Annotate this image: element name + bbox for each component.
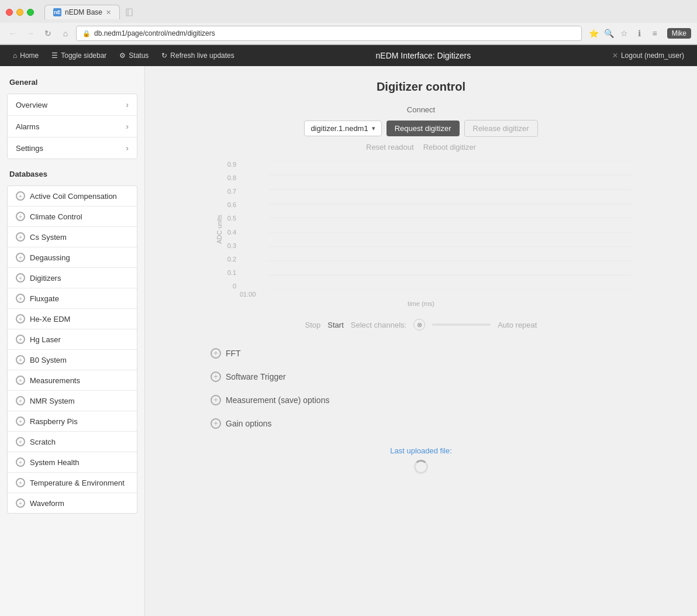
software-trigger-label: Software Trigger [226,372,286,381]
y-label-09: 0.9 [227,161,236,168]
sidebar-item-label: Settings [16,144,43,153]
sidebar-item-waveform[interactable]: + Waveform [8,493,137,513]
expand-icon: + [16,478,25,487]
info-icon[interactable]: ℹ [633,27,646,40]
select-channels-label: Select channels: [351,321,406,329]
refresh-icon: ↻ [161,51,167,60]
expand-icon: + [16,457,25,467]
chart-y-axis: 0.9 0.8 0.7 0.6 0.5 0.4 0.3 0.2 0.1 0 [211,161,240,290]
sidebar-item-alarms[interactable]: Alarms › [8,116,137,137]
connect-section: Connect digitizer.1.nedm1 ▾ Request digi… [168,105,674,152]
sidebar-item-label: Overview [16,101,47,109]
sidebar-item-label: Waveform [30,499,64,508]
active-tab[interactable]: nE nEDM Base ✕ [44,5,120,19]
star-icon[interactable]: ☆ [618,27,631,40]
sidebar-item-label: Raspberry Pis [30,417,78,426]
sidebar-item-climate[interactable]: + Climate Control [8,207,137,227]
new-tab-button[interactable] [122,5,136,19]
sidebar-item-overview[interactable]: Overview › [8,94,137,116]
close-button[interactable] [6,9,13,16]
sidebar-item-nmr[interactable]: + NMR System [8,391,137,411]
y-label-04: 0.4 [227,229,236,236]
sidebar-item-settings[interactable]: Settings › [8,137,137,159]
traffic-lights [6,9,34,16]
gain-options-header[interactable]: + Gain options [211,412,632,435]
sidebar-item-he-xe[interactable]: + He-Xe EDM [8,309,137,329]
fft-section-label: FFT [226,349,241,358]
forward-button[interactable]: → [23,26,37,40]
maximize-button[interactable] [27,9,34,16]
home-button[interactable]: ⌂ [58,26,73,40]
expand-icon: + [16,191,25,201]
sidebar: General Overview › Alarms › Settings › D… [0,66,145,616]
app-title: nEDM Interface: Digitizers [376,51,471,60]
home-nav-item[interactable]: ⌂ Home [7,45,44,66]
refresh-nav-item[interactable]: ↻ Refresh live updates [156,45,240,66]
gain-options-label: Gain options [226,419,272,428]
sidebar-item-b0[interactable]: + B0 System [8,350,137,370]
channel-filter-button[interactable]: ⊗ [413,319,425,331]
sidebar-item-digitizers[interactable]: + Digitizers [8,268,137,288]
menu-icon[interactable]: ≡ [648,27,661,40]
tab-label: nEDM Base [65,8,102,16]
stop-button[interactable]: Stop [305,321,321,329]
reset-readout-button[interactable]: Reset readout [366,143,414,152]
sidebar-item-system-health[interactable]: + System Health [8,452,137,473]
status-nav-label: Status [129,51,149,60]
reboot-digitizer-button[interactable]: Reboot digitizer [423,143,476,152]
logout-button[interactable]: ✕ Logout (nedm_user) [606,51,690,60]
channel-input[interactable] [432,324,491,326]
start-button[interactable]: Start [327,321,343,329]
sidebar-item-active-coil[interactable]: + Active Coil Compensation [8,186,137,207]
bookmark-icon[interactable]: ⭐ [588,27,601,40]
software-trigger-header[interactable]: + Software Trigger [211,366,632,388]
expand-icon: + [16,253,25,262]
y-label-07: 0.7 [227,188,236,195]
svg-rect-0 [126,9,132,16]
toggle-sidebar-item[interactable]: ☰ Toggle sidebar [46,45,112,66]
last-uploaded-section: Last uploaded file: [168,446,674,474]
chart-x-title: time (ms) [211,300,632,307]
lock-icon: 🔒 [82,30,91,37]
expand-icon: + [211,348,221,359]
digitizer-select[interactable]: digitizer.1.nedm1 ▾ [304,121,381,136]
databases-section-title: Databases [0,163,144,182]
chevron-right-icon: › [126,100,129,109]
general-section-title: General [0,73,144,90]
expand-icon: + [16,396,25,405]
sidebar-item-hg-laser[interactable]: + Hg Laser [8,329,137,350]
measurement-options-header[interactable]: + Measurement (save) options [211,389,632,411]
fft-section-header[interactable]: + FFT [211,342,632,364]
zoom-icon[interactable]: 🔍 [603,27,616,40]
main-content: Digitizer control Connect digitizer.1.ne… [145,66,697,616]
sidebar-item-scratch[interactable]: + Scratch [8,432,137,452]
sidebar-item-label: Measurements [30,376,80,385]
sidebar-item-label: Alarms [16,122,39,131]
sidebar-item-label: Climate Control [30,212,82,221]
request-digitizer-button[interactable]: Request digitizer [387,121,460,136]
measurement-options-section: + Measurement (save) options [211,389,632,411]
reload-button[interactable]: ↻ [41,26,55,40]
sidebar-item-fluxgate[interactable]: + Fluxgate [8,288,137,309]
chart-container: ADC units 0.9 0.8 0.7 0.6 0.5 0.4 0.3 0.… [211,161,632,307]
release-digitizer-button[interactable]: Release digitizer [464,120,538,137]
tab-close-icon[interactable]: ✕ [106,9,111,16]
sidebar-item-label: Fluxgate [30,294,59,303]
sidebar-item-temperature[interactable]: + Temperature & Environment [8,473,137,493]
sidebar-item-label: B0 System [30,356,67,364]
sidebar-item-degaussing[interactable]: + Degaussing [8,247,137,268]
sidebar-item-label: Active Coil Compensation [30,192,117,201]
databases-group: + Active Coil Compensation + Climate Con… [7,185,137,514]
back-button[interactable]: ← [6,26,20,40]
sidebar-item-measurements[interactable]: + Measurements [8,370,137,391]
sidebar-item-cs-system[interactable]: + Cs System [8,227,137,247]
chevron-right-icon: › [126,143,129,153]
sidebar-item-raspberry[interactable]: + Raspberry Pis [8,411,137,432]
digitizer-name: digitizer.1.nedm1 [310,124,368,133]
refresh-nav-label: Refresh live updates [170,51,234,60]
gain-options-section: + Gain options [211,412,632,435]
expand-icon: + [16,376,25,385]
status-nav-item[interactable]: ⚙ Status [113,45,154,66]
address-bar[interactable]: 🔒 db.nedm1/page/control/nedm/digitizers [76,26,582,41]
minimize-button[interactable] [16,9,23,16]
